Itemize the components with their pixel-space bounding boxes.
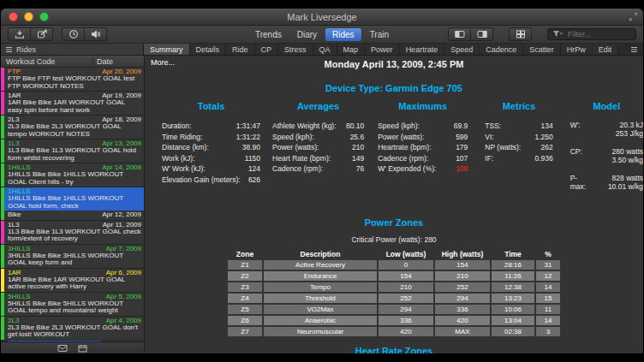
metric-label: Power (watts): bbox=[378, 132, 424, 143]
column-date[interactable]: Date bbox=[93, 57, 144, 66]
tab-scatter[interactable]: Scatter bbox=[523, 44, 561, 55]
tab-power[interactable]: Power bbox=[365, 44, 400, 55]
tab-cp[interactable]: CP bbox=[255, 44, 279, 55]
list-item[interactable]: 2L3Apr 4, 2009 2L3 Bike Bike 2L3 WORKOUT… bbox=[1, 317, 144, 341]
ride-summary: 1L3 Bike Bike 1L3 WORKOUT GOAL check for… bbox=[8, 228, 141, 243]
perspective-tabs: Trends Diary Rides Train bbox=[248, 28, 396, 41]
list-item[interactable]: 1L3Apr 11, 2009 1L3 Bike Bike 1L3 WORKOU… bbox=[1, 221, 144, 245]
tab-map[interactable]: Map bbox=[337, 44, 366, 55]
metric-value: 210 bbox=[352, 142, 364, 153]
tab-speed[interactable]: Speed bbox=[444, 44, 480, 55]
totals-section: Totals Duration:1:31:47 Time Riding:1:31… bbox=[162, 101, 260, 200]
metric-label: Speed (kph): bbox=[272, 132, 314, 143]
table-row: Z4Threshold25229413:2315 bbox=[228, 294, 560, 303]
sidebar-left-icon[interactable] bbox=[448, 27, 471, 41]
ride-list: FTPApr 20, 2009 FTP Bike FTP test WORKOU… bbox=[1, 68, 144, 341]
zones-header: % bbox=[536, 250, 560, 258]
tab-details[interactable]: Details bbox=[190, 44, 227, 55]
sidebar-toggle-group bbox=[448, 27, 493, 41]
mail-icon[interactable] bbox=[57, 344, 68, 353]
calendar-icon[interactable] bbox=[78, 344, 87, 353]
tab-hrpw[interactable]: HrPw bbox=[561, 44, 593, 55]
tab-ride[interactable]: Ride bbox=[226, 44, 255, 55]
section-title: Averages bbox=[272, 101, 364, 111]
ride-sport: Bike bbox=[8, 211, 21, 219]
metric-label: Time Riding: bbox=[162, 132, 202, 143]
zones-header: Time bbox=[492, 250, 534, 258]
traffic-lights bbox=[9, 12, 49, 21]
list-item[interactable]: 1HILLSApr 14, 2009 1HILLS Bike Bike 1HIL… bbox=[1, 163, 144, 187]
section-title: Metrics bbox=[485, 101, 552, 111]
summary-columns: Totals Duration:1:31:47 Time Riding:1:31… bbox=[162, 101, 643, 200]
tab-trends[interactable]: Trends bbox=[248, 28, 289, 41]
tab-qa[interactable]: QA bbox=[313, 44, 337, 55]
metric-label: Distance (km): bbox=[162, 142, 209, 153]
tab-stress[interactable]: Stress bbox=[278, 44, 313, 55]
more-link[interactable]: More... bbox=[151, 58, 175, 67]
critical-power-text: Critical Power (watts): 280 bbox=[145, 235, 643, 244]
navigator-header[interactable]: Workout Code Date bbox=[1, 56, 144, 68]
metric-value: 262 bbox=[541, 142, 553, 153]
metric-label: W' Work (kJ): bbox=[162, 163, 206, 175]
metric-label: Heart Rate (bpm): bbox=[272, 153, 331, 164]
list-item[interactable]: 1L3Apr 13, 2009 1L3 Bike Bike 1L3 WORKOU… bbox=[1, 139, 144, 163]
zones-header: Zone bbox=[228, 250, 262, 258]
list-item[interactable]: FTPApr 20, 2009 FTP Bike FTP test WORKOU… bbox=[1, 68, 144, 92]
tab-train[interactable]: Train bbox=[363, 28, 396, 41]
metric-value: 76 bbox=[356, 163, 364, 175]
zoom-button[interactable] bbox=[39, 12, 49, 21]
list-item[interactable]: 3HILLSApr 7, 2009 3HILLS Bike Bike 3HILL… bbox=[1, 245, 144, 269]
sidebar-right-icon[interactable] bbox=[471, 27, 493, 41]
zones-header: Low (watts) bbox=[379, 250, 433, 258]
metric-value: 80.10 bbox=[346, 121, 364, 132]
section-title: Maximums bbox=[378, 101, 468, 111]
filter-input[interactable] bbox=[566, 29, 638, 39]
metric-value: 828 watts10.01 w/kg bbox=[604, 174, 643, 191]
tab-heartrate[interactable]: Heartrate bbox=[400, 44, 445, 55]
tab-rides[interactable]: Rides bbox=[325, 28, 361, 41]
ride-color-bar bbox=[1, 293, 4, 316]
list-item[interactable]: 1ARApr 6, 2009 1AR Bike Bike 1AR WORKOUT… bbox=[1, 269, 144, 293]
metric-value: 599 bbox=[456, 132, 468, 143]
scope-label: Rides bbox=[16, 45, 36, 54]
list-item[interactable]: 2L3Apr 18, 2009 2L3 Bike Bike 2L3 WORKOU… bbox=[1, 116, 144, 139]
titlebar: Mark Liversedge bbox=[1, 9, 643, 26]
list-item-selected[interactable]: 1HILLS 1HILLS Bike Bike 1HILLS WORKOUT G… bbox=[1, 187, 144, 221]
minimize-button[interactable] bbox=[24, 12, 33, 21]
download-button[interactable] bbox=[8, 27, 31, 41]
speaker-icon[interactable] bbox=[85, 27, 107, 41]
close-button[interactable] bbox=[9, 12, 18, 21]
expand-icon[interactable] bbox=[629, 12, 638, 21]
metric-label: IF: bbox=[485, 153, 493, 164]
model-section: Model W': 20.3 kJ253 J/kg CP: 280 watts3… bbox=[570, 101, 643, 200]
maximums-section: Maximums Speed (kph):69.9 Power (watts):… bbox=[378, 101, 468, 200]
tab-summary[interactable]: Summary bbox=[144, 44, 190, 55]
list-item[interactable]: 1L3Apr 3, 2009 bbox=[1, 341, 144, 342]
ride-color-bar bbox=[1, 187, 4, 220]
metric-value: 20.3 kJ253 J/kg bbox=[604, 121, 643, 138]
scope-selector[interactable]: Rides bbox=[1, 44, 144, 55]
list-item[interactable]: 1ARApr 19, 2009 1AR Bike Bike 1AR WORKOU… bbox=[1, 92, 144, 116]
ride-color-bar bbox=[1, 139, 4, 163]
ride-color-bar bbox=[1, 245, 4, 268]
ride-title: Monday April 13, 2009, 2:45 PM bbox=[145, 59, 643, 69]
list-item[interactable]: 5HILLSApr 5, 2009 5HILLS Bike Bike 5HILL… bbox=[1, 293, 144, 317]
metric-value: 107 bbox=[456, 153, 468, 164]
column-workout-code[interactable]: Workout Code bbox=[1, 57, 93, 66]
filter-field[interactable] bbox=[547, 28, 636, 40]
tab-cadence[interactable]: Cadence bbox=[480, 44, 523, 55]
tile-view-icon[interactable] bbox=[509, 27, 532, 41]
compose-button[interactable] bbox=[31, 27, 53, 41]
metric-value: 1.250 bbox=[534, 132, 552, 143]
metric-value-alert: 108 bbox=[456, 163, 468, 175]
main-toolbar: Trends Diary Rides Train bbox=[1, 26, 643, 44]
metric-label: Cadence (rpm): bbox=[378, 153, 428, 164]
clock-icon[interactable] bbox=[62, 27, 85, 41]
metric-label: P-max: bbox=[570, 174, 593, 191]
tab-edit[interactable]: Edit bbox=[593, 44, 619, 55]
ride-summary: 1HILLS Bike Bike 1HILLS WORKOUT GOAL hol… bbox=[8, 195, 141, 210]
metric-label: W' Expended (%): bbox=[378, 163, 436, 175]
tab-diary[interactable]: Diary bbox=[290, 28, 324, 41]
menu-icon[interactable] bbox=[625, 44, 643, 55]
metric-label: VI: bbox=[485, 132, 493, 143]
